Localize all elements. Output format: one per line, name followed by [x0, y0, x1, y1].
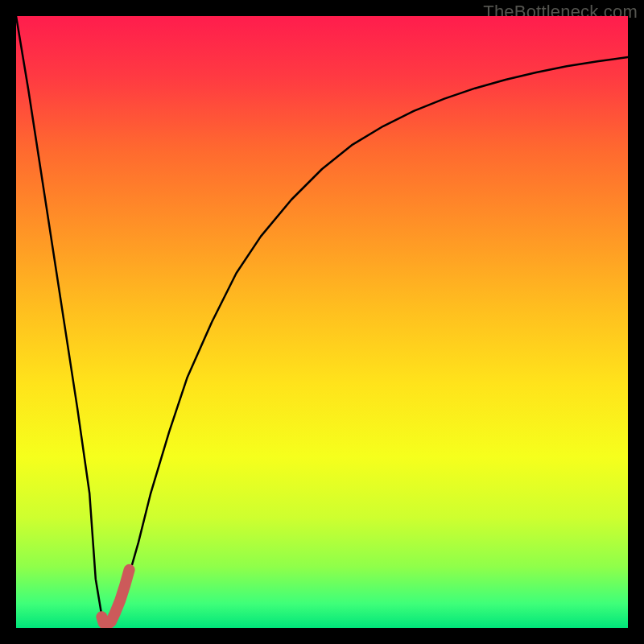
gradient-background	[16, 16, 628, 628]
plot-area	[16, 16, 628, 628]
chart-svg	[16, 16, 628, 628]
chart-container: TheBottleneck.com	[0, 0, 644, 644]
